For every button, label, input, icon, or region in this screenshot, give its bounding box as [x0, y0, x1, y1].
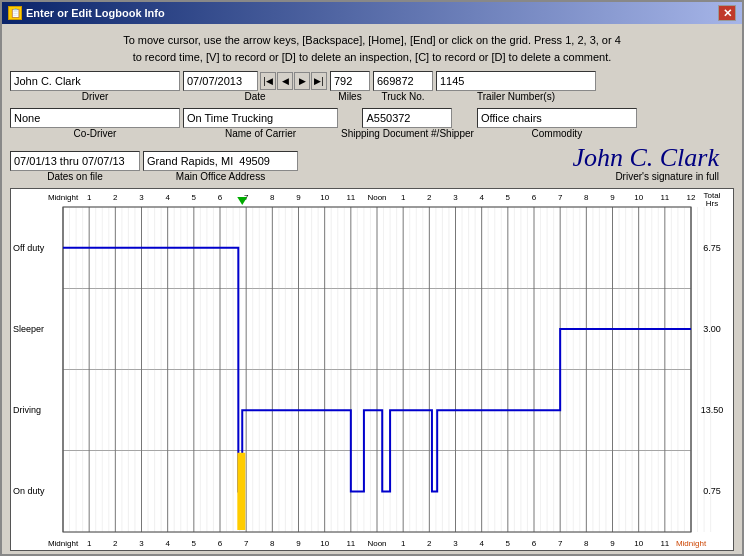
content-area: To move cursor, use the arrow keys, [Bac…	[2, 24, 742, 556]
signature-area: John C. Clark Driver's signature in full	[301, 145, 734, 182]
truck-field: Truck No.	[373, 71, 433, 102]
trailer-field: Trailer Number(s)	[436, 71, 596, 102]
date-first-btn[interactable]: |◀	[260, 72, 276, 90]
date-next-btn[interactable]: ▶	[294, 72, 310, 90]
driver-input[interactable]	[10, 71, 180, 91]
miles-input[interactable]	[330, 71, 370, 91]
carrier-field: Name of Carrier	[183, 108, 338, 139]
instructions: To move cursor, use the arrow keys, [Bac…	[10, 30, 734, 67]
logbook-grid-area	[10, 188, 734, 551]
form-row-2: Co-Driver Name of Carrier Shipping Docum…	[10, 108, 734, 139]
commodity-field: Commodity	[477, 108, 637, 139]
truck-input[interactable]	[373, 71, 433, 91]
form-row-3: Dates on file Main Office Address John C…	[10, 145, 734, 182]
form-row-1: Driver |◀ ◀ ▶ ▶| Date Miles	[10, 71, 734, 102]
date-group: |◀ ◀ ▶ ▶|	[183, 71, 327, 91]
shipping-input[interactable]	[362, 108, 452, 128]
driver-field: Driver	[10, 71, 180, 102]
signature: John C. Clark	[572, 145, 734, 171]
office-input[interactable]	[143, 151, 298, 171]
title-bar-left: 📋 Enter or Edit Logbook Info	[8, 6, 165, 20]
shipping-field: Shipping Document #/Shipper	[341, 108, 474, 139]
codriver-field: Co-Driver	[10, 108, 180, 139]
title-bar: 📋 Enter or Edit Logbook Info ✕	[2, 2, 742, 24]
carrier-input[interactable]	[183, 108, 338, 128]
date-input[interactable]	[183, 71, 258, 91]
main-window: 📋 Enter or Edit Logbook Info ✕ To move c…	[0, 0, 744, 556]
codriver-input[interactable]	[10, 108, 180, 128]
close-button[interactable]: ✕	[718, 5, 736, 21]
date-field: |◀ ◀ ▶ ▶| Date	[183, 71, 327, 102]
dates-field: Dates on file	[10, 151, 140, 182]
date-nav: |◀ ◀ ▶ ▶|	[260, 72, 327, 90]
miles-field: Miles	[330, 71, 370, 102]
trailer-input[interactable]	[436, 71, 596, 91]
dates-input[interactable]	[10, 151, 140, 171]
date-prev-btn[interactable]: ◀	[277, 72, 293, 90]
window-icon: 📋	[8, 6, 22, 20]
date-last-btn[interactable]: ▶|	[311, 72, 327, 90]
log-canvas[interactable]	[11, 189, 733, 550]
office-field: Main Office Address	[143, 151, 298, 182]
window-title: Enter or Edit Logbook Info	[26, 7, 165, 19]
commodity-input[interactable]	[477, 108, 637, 128]
